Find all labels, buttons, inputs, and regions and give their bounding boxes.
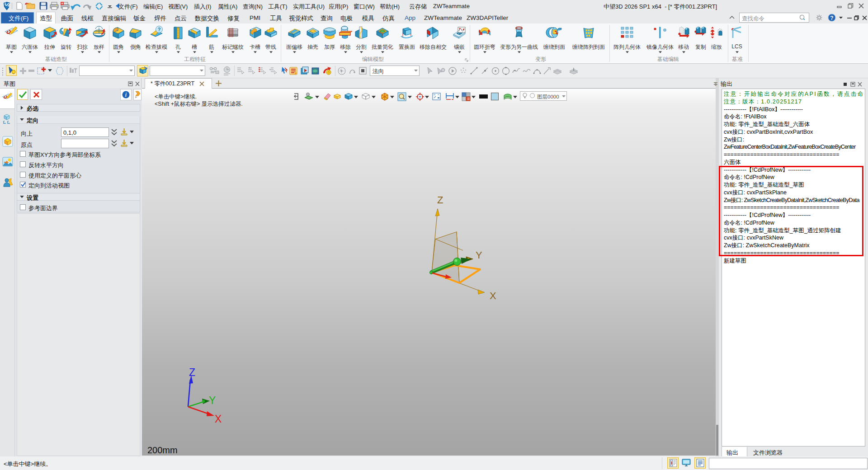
svg-text:?: ?: [158, 27, 161, 32]
